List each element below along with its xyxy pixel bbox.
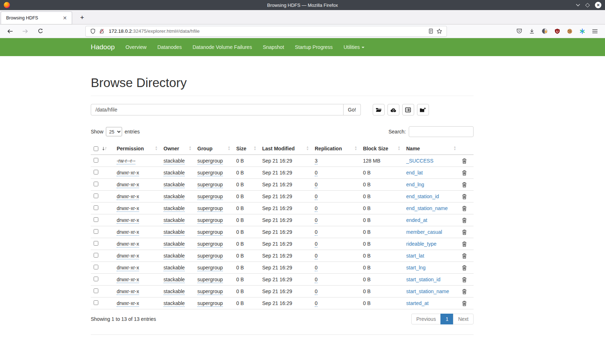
permission-value[interactable]: drwxr-xr-x: [117, 241, 139, 247]
replication-value[interactable]: 3: [315, 158, 318, 164]
row-checkbox[interactable]: [94, 158, 98, 163]
group-value[interactable]: supergroup: [197, 229, 223, 236]
delete-file-button[interactable]: [462, 206, 467, 211]
column-header-block-size[interactable]: Block Size▲▼: [360, 143, 403, 155]
replication-value[interactable]: 0: [315, 217, 318, 224]
sort-icon[interactable]: [102, 146, 107, 151]
close-icon[interactable]: ✕: [595, 2, 601, 8]
page-size-select[interactable]: 25: [106, 127, 122, 136]
folder-open-button[interactable]: [373, 104, 385, 115]
replication-value[interactable]: 0: [315, 253, 318, 259]
delete-file-button[interactable]: [462, 229, 467, 235]
owner-value[interactable]: stackable: [163, 288, 185, 295]
column-header-owner[interactable]: Owner▲▼: [161, 143, 194, 155]
select-all-checkbox[interactable]: [94, 146, 98, 151]
delete-file-button[interactable]: [462, 194, 467, 199]
row-checkbox[interactable]: [94, 277, 98, 281]
replication-value[interactable]: 0: [315, 229, 318, 236]
file-link[interactable]: start_lng: [406, 265, 426, 270]
file-link[interactable]: start_station_id: [406, 277, 440, 282]
permission-value[interactable]: drwxr-xr-x: [117, 229, 139, 236]
file-link[interactable]: member_casual: [406, 229, 442, 235]
row-checkbox[interactable]: [94, 229, 98, 234]
permission-value[interactable]: drwxr-xr-x: [117, 194, 139, 200]
nav-item-datanode-volume-failures[interactable]: Datanode Volume Failures: [193, 44, 252, 50]
delete-file-button[interactable]: [462, 170, 467, 176]
asterisk-extension-icon[interactable]: [578, 27, 587, 36]
column-header-last-modified[interactable]: Last Modified▲▼: [259, 143, 312, 155]
delete-file-button[interactable]: [462, 218, 467, 223]
delete-file-button[interactable]: [462, 241, 467, 247]
column-header-permission[interactable]: Permission▲▼: [114, 143, 161, 155]
permission-value[interactable]: drwxr-xr-x: [117, 265, 139, 271]
reader-view-icon[interactable]: [426, 27, 435, 36]
file-link[interactable]: end_station_id: [406, 194, 439, 199]
column-header-group[interactable]: Group▲▼: [194, 143, 233, 155]
create-directory-button[interactable]: [417, 104, 429, 115]
minimize-chevron-icon[interactable]: [576, 4, 580, 6]
column-header-replication[interactable]: Replication▲▼: [312, 143, 360, 155]
tab-close-icon[interactable]: ✕: [62, 15, 68, 21]
file-link[interactable]: end_station_name: [406, 205, 448, 211]
file-link[interactable]: end_lng: [406, 182, 424, 187]
bookmark-star-icon[interactable]: [435, 27, 444, 36]
next-page-button[interactable]: Next: [453, 314, 474, 324]
row-checkbox[interactable]: [94, 205, 98, 210]
list-view-button[interactable]: [402, 104, 414, 115]
maximize-diamond-icon[interactable]: [586, 4, 589, 7]
reload-button[interactable]: [36, 27, 45, 36]
owner-value[interactable]: stackable: [163, 205, 185, 212]
delete-file-button[interactable]: [462, 301, 467, 306]
nav-item-datanodes[interactable]: Datanodes: [157, 44, 182, 50]
select-all-header[interactable]: [91, 143, 114, 155]
owner-value[interactable]: stackable: [163, 241, 185, 247]
group-value[interactable]: supergroup: [197, 194, 223, 200]
search-input[interactable]: [409, 126, 474, 137]
permission-value[interactable]: -rw-r--r--: [117, 158, 135, 164]
permission-value[interactable]: drwxr-xr-x: [117, 170, 139, 176]
column-header-size[interactable]: Size▲▼: [233, 143, 259, 155]
insecure-lock-icon[interactable]: [97, 27, 106, 36]
upload-file-button[interactable]: [387, 104, 399, 115]
row-checkbox[interactable]: [94, 288, 98, 293]
cookie-icon[interactable]: [565, 27, 574, 36]
sort-icon[interactable]: ▲▼: [398, 146, 400, 151]
group-value[interactable]: supergroup: [197, 288, 223, 295]
previous-page-button[interactable]: Previous: [412, 314, 441, 324]
sort-icon[interactable]: ▲▼: [254, 146, 256, 151]
replication-value[interactable]: 0: [315, 241, 318, 247]
owner-value[interactable]: stackable: [163, 182, 185, 188]
file-link[interactable]: start_station_name: [406, 288, 449, 294]
permission-value[interactable]: drwxr-xr-x: [117, 205, 139, 212]
permission-value[interactable]: drwxr-xr-x: [117, 217, 139, 224]
nav-item-snapshot[interactable]: Snapshot: [263, 44, 284, 50]
page-1-button[interactable]: 1: [441, 314, 453, 324]
row-checkbox[interactable]: [94, 253, 98, 258]
group-value[interactable]: supergroup: [197, 265, 223, 271]
url-bar[interactable]: 172.18.0.2:32475/explorer.html#/data/hfi…: [85, 26, 447, 37]
pocket-icon[interactable]: [515, 27, 524, 36]
owner-value[interactable]: stackable: [163, 277, 185, 283]
nav-item-utilities[interactable]: Utilities: [344, 44, 364, 50]
owner-value[interactable]: stackable: [163, 265, 185, 271]
delete-file-button[interactable]: [462, 289, 467, 294]
group-value[interactable]: supergroup: [197, 205, 223, 212]
file-link[interactable]: rideable_type: [406, 241, 436, 247]
back-button[interactable]: [6, 27, 14, 36]
replication-value[interactable]: 0: [315, 288, 318, 295]
owner-value[interactable]: stackable: [163, 158, 185, 164]
row-checkbox[interactable]: [94, 241, 98, 246]
row-checkbox[interactable]: [94, 182, 98, 186]
extension-lock-icon[interactable]: [540, 27, 549, 36]
permission-value[interactable]: drwxr-xr-x: [117, 288, 139, 295]
sort-icon[interactable]: ▲▼: [306, 146, 309, 151]
group-value[interactable]: supergroup: [197, 170, 223, 176]
row-checkbox[interactable]: [94, 265, 98, 269]
row-checkbox[interactable]: [94, 300, 98, 305]
delete-file-button[interactable]: [462, 253, 467, 259]
file-link[interactable]: _SUCCESS: [406, 158, 433, 164]
group-value[interactable]: supergroup: [197, 182, 223, 188]
group-value[interactable]: supergroup: [197, 241, 223, 247]
permission-value[interactable]: drwxr-xr-x: [117, 182, 139, 188]
ublock-icon[interactable]: [553, 27, 561, 36]
